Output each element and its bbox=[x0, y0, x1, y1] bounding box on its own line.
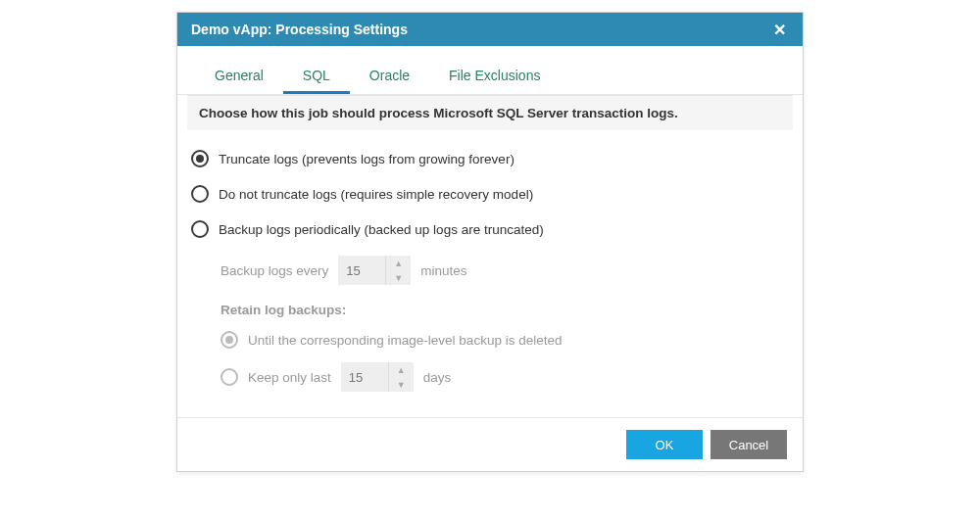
processing-settings-dialog: Demo vApp: Processing Settings ✕ General… bbox=[176, 12, 804, 472]
dialog-titlebar: Demo vApp: Processing Settings ✕ bbox=[177, 13, 803, 46]
radio-truncate[interactable] bbox=[191, 150, 209, 167]
radio-until-deleted[interactable] bbox=[220, 331, 238, 349]
dialog-footer: OK Cancel bbox=[177, 417, 803, 471]
option-do-not-truncate-label: Do not truncate logs (requires simple re… bbox=[219, 187, 533, 202]
retain-keep-only-last-row: Keep only last ▲ ▼ days bbox=[220, 362, 789, 392]
radio-keep-only-last[interactable] bbox=[220, 368, 238, 386]
retain-until-deleted-row: Until the corresponding image-level back… bbox=[220, 331, 789, 349]
option-truncate-row: Truncate logs (prevents logs from growin… bbox=[191, 150, 789, 167]
options-panel: Truncate logs (prevents logs from growin… bbox=[177, 130, 803, 417]
close-icon[interactable]: ✕ bbox=[769, 21, 789, 39]
retain-options: Until the corresponding image-level back… bbox=[220, 331, 789, 392]
backup-subsection: Backup logs every ▲ ▼ minutes Retain log… bbox=[220, 256, 789, 392]
chevron-up-icon[interactable]: ▲ bbox=[389, 362, 414, 377]
backup-every-row: Backup logs every ▲ ▼ minutes bbox=[220, 256, 789, 285]
dialog-title: Demo vApp: Processing Settings bbox=[191, 22, 769, 37]
backup-every-input[interactable] bbox=[338, 256, 385, 285]
spinner-controls-2: ▲ ▼ bbox=[388, 362, 414, 392]
ok-button[interactable]: OK bbox=[626, 430, 703, 459]
cancel-button[interactable]: Cancel bbox=[710, 430, 787, 459]
chevron-up-icon[interactable]: ▲ bbox=[386, 256, 411, 270]
spinner-controls: ▲ ▼ bbox=[385, 256, 411, 285]
option-truncate-label: Truncate logs (prevents logs from growin… bbox=[219, 152, 514, 166]
tabs-bar: General SQL Oracle File Exclusions bbox=[177, 46, 803, 95]
keep-only-last-unit: days bbox=[423, 370, 452, 385]
backup-every-label: Backup logs every bbox=[220, 263, 328, 278]
backup-every-spinner: ▲ ▼ bbox=[338, 256, 411, 285]
instruction-text: Choose how this job should process Micro… bbox=[187, 95, 793, 130]
chevron-down-icon[interactable]: ▼ bbox=[386, 270, 411, 285]
retain-heading: Retain log backups: bbox=[220, 303, 789, 317]
radio-backup-periodically[interactable] bbox=[191, 220, 209, 238]
option-do-not-truncate-row: Do not truncate logs (requires simple re… bbox=[191, 185, 789, 203]
keep-only-last-spinner: ▲ ▼ bbox=[341, 362, 414, 392]
tab-oracle[interactable]: Oracle bbox=[350, 60, 429, 94]
keep-only-last-input[interactable] bbox=[341, 362, 388, 392]
retain-until-deleted-label: Until the corresponding image-level back… bbox=[248, 333, 562, 348]
backup-every-unit: minutes bbox=[420, 263, 466, 278]
option-backup-periodically-label: Backup logs periodically (backed up logs… bbox=[219, 222, 544, 237]
tab-file-exclusions[interactable]: File Exclusions bbox=[429, 60, 560, 94]
option-backup-periodically-row: Backup logs periodically (backed up logs… bbox=[191, 220, 789, 238]
chevron-down-icon[interactable]: ▼ bbox=[389, 377, 414, 392]
retain-keep-only-last-label: Keep only last bbox=[248, 370, 331, 385]
tab-general[interactable]: General bbox=[195, 60, 283, 94]
tab-sql[interactable]: SQL bbox=[283, 60, 350, 94]
radio-do-not-truncate[interactable] bbox=[191, 185, 209, 203]
